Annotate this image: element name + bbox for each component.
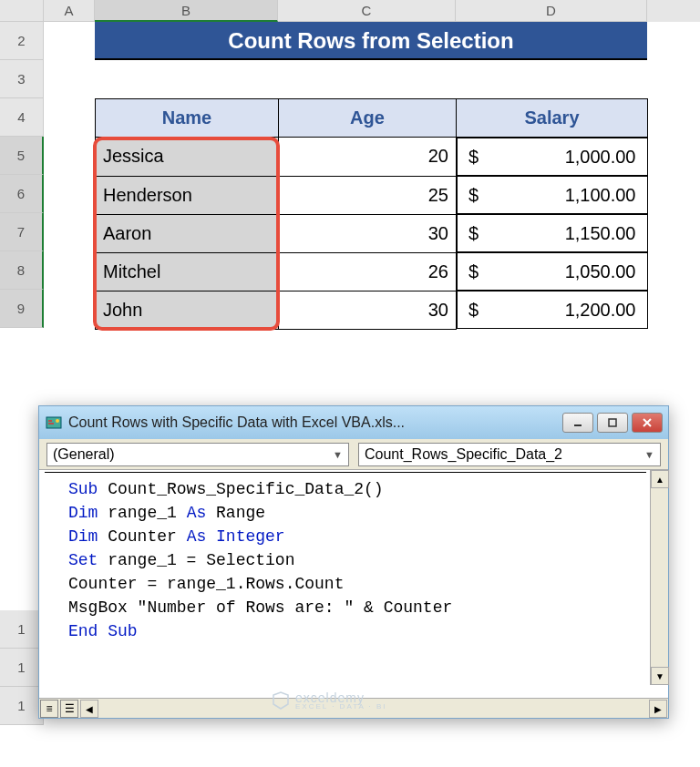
salary-value: 1,000.00 [565, 147, 640, 168]
cell-salary[interactable]: $1,000.00 [457, 138, 648, 176]
col-header-c[interactable]: C [278, 0, 456, 22]
object-dropdown[interactable]: (General)▼ [46, 443, 349, 466]
cell-salary[interactable]: $1,100.00 [457, 176, 648, 214]
procedure-dropdown[interactable]: Count_Rows_Specific_Data_2▼ [358, 443, 661, 466]
cell-age[interactable]: 25 [279, 176, 457, 214]
cell-name[interactable]: John [96, 291, 279, 329]
maximize-button[interactable] [597, 413, 628, 433]
svg-point-1 [56, 419, 59, 423]
col-header-b[interactable]: B [95, 0, 278, 22]
cell-name[interactable]: Jessica [96, 138, 279, 177]
svg-rect-3 [609, 419, 616, 426]
cell-salary[interactable]: $1,200.00 [457, 291, 648, 329]
vba-title-text: Count Rows with Specific Data with Excel… [68, 414, 405, 431]
table-row: Mitchel 26 $1,050.00 [96, 252, 648, 291]
row-header-9[interactable]: 9 [0, 290, 44, 328]
header-name[interactable]: Name [96, 99, 279, 138]
currency-symbol: $ [465, 223, 479, 244]
svg-rect-0 [46, 417, 61, 428]
vba-app-icon [45, 414, 63, 432]
table-row: Jessica 20 $1,000.00 [96, 138, 648, 177]
currency-symbol: $ [465, 261, 479, 282]
row-header-partial[interactable]: 1 [0, 687, 44, 725]
cell-name[interactable]: Mitchel [96, 252, 279, 291]
column-headers: A B C D [0, 0, 700, 22]
vba-dropdowns: (General)▼ Count_Rows_Specific_Data_2▼ [39, 439, 668, 470]
row-header-4[interactable]: 4 [0, 98, 44, 137]
scroll-up-icon[interactable]: ▲ [651, 470, 669, 488]
row-header-partial[interactable]: 1 [0, 610, 44, 649]
col-header-a[interactable]: A [44, 0, 95, 22]
row-header-5[interactable]: 5 [0, 137, 44, 175]
sheet-title[interactable]: Count Rows from Selection [95, 22, 647, 60]
cell-salary[interactable]: $1,150.00 [457, 214, 648, 252]
scroll-right-icon[interactable]: ▶ [649, 700, 667, 718]
cell-age[interactable]: 30 [279, 214, 457, 252]
table-row: John 30 $1,200.00 [96, 291, 648, 329]
row-header-8[interactable]: 8 [0, 251, 44, 290]
cell-salary[interactable]: $1,050.00 [457, 252, 648, 291]
watermark-icon [272, 691, 290, 710]
object-dropdown-value: (General) [53, 446, 115, 463]
row-header-2[interactable]: 2 [0, 22, 44, 60]
table-row: Henderson 25 $1,100.00 [96, 176, 648, 214]
cell-name[interactable]: Aaron [96, 214, 279, 252]
currency-symbol: $ [465, 300, 479, 321]
cell-age[interactable]: 30 [279, 291, 457, 329]
salary-value: 1,050.00 [565, 261, 640, 282]
lower-row-headers: 1 1 1 [0, 610, 44, 725]
vertical-scrollbar[interactable]: ▲ ▼ [650, 470, 668, 685]
chevron-down-icon: ▼ [333, 449, 343, 460]
row-header-3[interactable]: 3 [0, 60, 44, 98]
vba-titlebar[interactable]: Count Rows with Specific Data with Excel… [39, 406, 668, 439]
close-button[interactable] [632, 413, 663, 433]
vba-editor-window: Count Rows with Specific Data with Excel… [38, 405, 669, 719]
header-age[interactable]: Age [279, 99, 457, 138]
select-all-corner[interactable] [0, 0, 44, 22]
row-header-6[interactable]: 6 [0, 175, 44, 213]
minimize-button[interactable] [562, 413, 593, 433]
salary-value: 1,150.00 [565, 223, 640, 244]
scroll-down-icon[interactable]: ▼ [651, 667, 669, 685]
spreadsheet: A B C D 2 3 4 5 6 7 8 9 Count Rows from … [0, 0, 700, 328]
header-salary[interactable]: Salary [457, 99, 648, 138]
data-table: Name Age Salary Jessica 20 $1,000.00 Hen… [95, 98, 648, 330]
scroll-left-icon[interactable]: ◀ [80, 700, 98, 718]
row-header-7[interactable]: 7 [0, 213, 44, 251]
procedure-dropdown-value: Count_Rows_Specific_Data_2 [365, 446, 562, 463]
currency-symbol: $ [465, 185, 479, 206]
cell-age[interactable]: 20 [279, 138, 457, 177]
procedure-separator [45, 472, 646, 473]
chevron-down-icon: ▼ [644, 449, 654, 460]
table-row: Aaron 30 $1,150.00 [96, 214, 648, 252]
salary-value: 1,100.00 [565, 185, 640, 206]
full-module-view-button[interactable]: ☰ [60, 700, 78, 718]
procedure-view-button[interactable]: ≡ [40, 700, 58, 718]
salary-value: 1,200.00 [565, 300, 640, 321]
cell-age[interactable]: 26 [279, 252, 457, 291]
currency-symbol: $ [465, 147, 479, 168]
cell-name[interactable]: Henderson [96, 176, 279, 214]
row-header-partial[interactable]: 1 [0, 649, 44, 687]
table-header-row: Name Age Salary [96, 99, 648, 138]
code-pane[interactable]: Sub Count_Rows_Specific_Data_2() Dim ran… [39, 470, 668, 685]
watermark-tagline: EXCEL · DATA · BI [295, 702, 387, 711]
col-header-d[interactable]: D [456, 0, 647, 22]
watermark: exceldemy EXCEL · DATA · BI [272, 690, 387, 711]
